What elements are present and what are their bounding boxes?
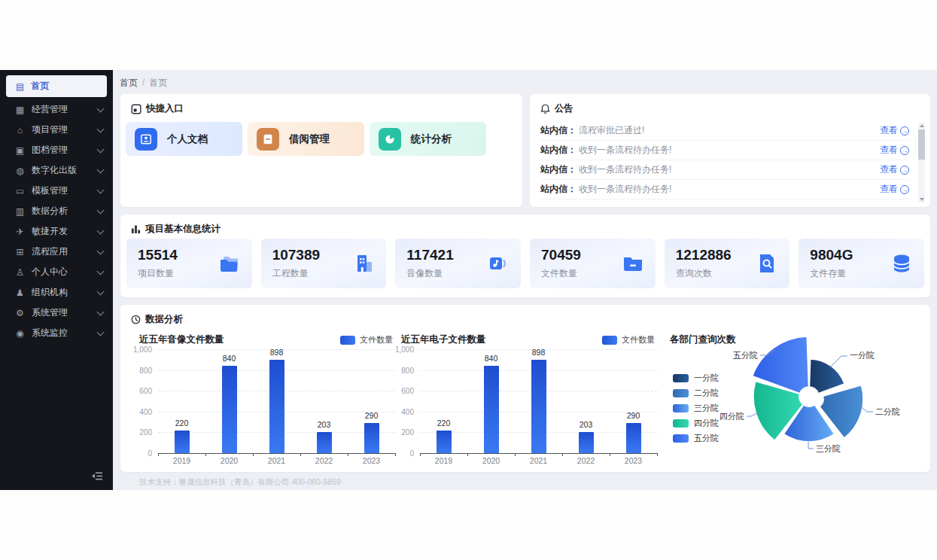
announcement-list: 站内信： 流程审批已通过! 查看→ 站内信： 收到一条流程待办任务! 查看→ 站… [540, 121, 909, 199]
bar-value-label: 290 [627, 411, 640, 420]
chevron-down-icon [97, 247, 105, 254]
sidebar-item-business-management[interactable]: ▦经营管理 [0, 99, 113, 120]
stat-card-projects: 15514 项目数量 [126, 239, 252, 288]
quick-entry-stats-analysis[interactable]: 统计分析 [370, 122, 486, 156]
building-icon: ⌂ [14, 125, 26, 135]
sidebar-item-archive-management[interactable]: ▣图档管理 [0, 140, 113, 160]
stat-card-engineering: 107389 工程数量 [261, 239, 387, 288]
monitor-icon: ◉ [14, 328, 26, 339]
collapse-menu-icon [91, 471, 103, 481]
scroll-up-icon[interactable] [920, 124, 924, 127]
sidebar-item-digital-publishing[interactable]: ◍数字化出版 [0, 160, 113, 181]
bar[interactable] [626, 423, 641, 453]
bar-chart-audio-files: 近五年音像文件数量 文件数量 1,0008006004002000 220840… [132, 333, 399, 467]
bell-icon [540, 104, 550, 114]
bar-value-label: 203 [318, 420, 331, 429]
sidebar-item-data-analysis[interactable]: ▥数据分析 [0, 201, 113, 221]
sidebar-item-home[interactable]: ▤ 首页 [6, 75, 107, 97]
grid-icon: ▦ [14, 105, 26, 115]
scrollbar[interactable] [918, 123, 925, 202]
bar[interactable] [269, 360, 284, 453]
quick-entry-title: 快捷入口 [131, 102, 184, 115]
clock-icon [131, 315, 141, 324]
rose-slice[interactable] [810, 359, 845, 394]
quick-entry-personal-docs[interactable]: 个人文档 [126, 122, 242, 156]
sidebar-item-system-management[interactable]: ⚙系统管理 [0, 303, 113, 323]
rose-slice-label: 三分院 [816, 444, 841, 453]
chevron-down-icon [97, 328, 105, 336]
chart-legend[interactable]: 文件数量 [602, 334, 655, 345]
sidebar-item-personal-center[interactable]: ♙个人中心 [0, 262, 113, 282]
bar[interactable] [364, 423, 379, 453]
bar[interactable] [579, 432, 594, 453]
globe-icon: ◍ [14, 166, 26, 176]
y-axis-tick: 800 [139, 366, 152, 374]
y-axis-tick: 400 [401, 407, 414, 415]
sidebar-item-process-application[interactable]: ⊞流程应用 [0, 242, 113, 262]
view-link[interactable]: 查看→ [880, 183, 909, 196]
x-axis-tick: 2023 [625, 456, 642, 465]
rose-center-hole [801, 388, 817, 405]
bar-value-label: 203 [580, 420, 593, 429]
x-axis-tick: 2023 [363, 456, 380, 465]
view-link[interactable]: 查看→ [880, 163, 909, 176]
chevron-down-icon [97, 186, 105, 193]
view-link[interactable]: 查看→ [880, 144, 909, 157]
rose-slice-label: 五分院 [733, 351, 758, 360]
arrow-right-icon: → [900, 146, 909, 155]
stat-card-row: 15514 项目数量 107389 工程数量 117421 音像数量 70459… [126, 239, 924, 288]
bar[interactable] [484, 366, 499, 453]
breadcrumb-current: 首页 [149, 77, 167, 90]
axis-tick-mark [657, 453, 658, 456]
rose-slice-label: 一分院 [850, 351, 875, 360]
sidebar-item-project-management[interactable]: ⌂项目管理 [0, 120, 113, 140]
scroll-down-icon[interactable] [920, 198, 924, 201]
arrow-right-icon: → [900, 185, 909, 194]
breadcrumb: 首页 / 首页 [120, 77, 167, 90]
bar-value-label: 220 [175, 418, 189, 428]
legend-swatch [340, 336, 355, 345]
bar[interactable] [531, 360, 546, 453]
legend-swatch [602, 336, 617, 345]
users-icon: ♟ [14, 288, 26, 298]
project-stats-title: 项目基本信息统计 [131, 223, 221, 236]
user-icon: ♙ [14, 267, 26, 278]
sidebar-collapse-button[interactable] [91, 470, 103, 484]
sidebar-item-template-management[interactable]: ▭模板管理 [0, 181, 113, 201]
chevron-down-icon [97, 105, 105, 112]
app-window: ▤ 首页 ▦经营管理 ⌂项目管理 ▣图档管理 ◍数字化出版 ▭模板管理 ▥数据分… [0, 70, 937, 490]
bar[interactable] [317, 432, 332, 453]
x-axis-tick: 2021 [268, 456, 285, 465]
y-axis-tick: 1,000 [133, 345, 152, 354]
chevron-down-icon [97, 267, 105, 275]
bar[interactable] [437, 431, 452, 453]
quick-entry-borrow-management[interactable]: 借阅管理 [248, 122, 364, 156]
rose-chart-svg: 一分院二分院三分院四分院五分院 [662, 333, 929, 467]
sidebar-item-system-monitor[interactable]: ◉系统监控 [0, 323, 113, 343]
borrow-manage-icon [257, 128, 279, 151]
plot-area: 220840898203290 [158, 349, 395, 453]
y-axis-tick: 200 [401, 428, 414, 437]
scrollbar-thumb[interactable] [918, 129, 925, 160]
y-axis-tick: 200 [139, 428, 152, 437]
file-search-icon [755, 251, 779, 278]
chevron-down-icon [97, 145, 105, 153]
bar[interactable] [175, 431, 190, 453]
database-icon [890, 251, 914, 278]
sidebar-item-organization[interactable]: ♟组织机构 [0, 282, 113, 303]
stat-card-storage: 9804G 文件存量 [799, 239, 924, 288]
bar-chart-electronic-files: 近五年电子文件数量 文件数量 1,0008006004002000 220840… [394, 333, 661, 467]
rose-chart-department-queries: 各部门查询次数 一分院 二分院 三分院 四分院 五分院 一分院二分院三分院四分院… [662, 333, 929, 467]
chart-legend[interactable]: 文件数量 [340, 334, 393, 345]
bar[interactable] [222, 366, 237, 453]
media-icon [486, 251, 510, 278]
sidebar-item-agile-development[interactable]: ✈敏捷开发 [0, 221, 113, 242]
y-axis-tick: 0 [409, 449, 414, 458]
breadcrumb-home[interactable]: 首页 [120, 77, 138, 90]
quick-entry-card: 快捷入口 个人文档 借阅管理 统计分析 [120, 94, 522, 207]
data-analysis-title: 数据分析 [131, 313, 183, 326]
stat-card-files: 70459 文件数量 [530, 239, 656, 288]
view-link[interactable]: 查看→ [880, 124, 909, 137]
bar-value-label: 840 [485, 354, 498, 363]
sidebar-menu: ▦经营管理 ⌂项目管理 ▣图档管理 ◍数字化出版 ▭模板管理 ▥数据分析 ✈敏捷… [0, 99, 113, 343]
